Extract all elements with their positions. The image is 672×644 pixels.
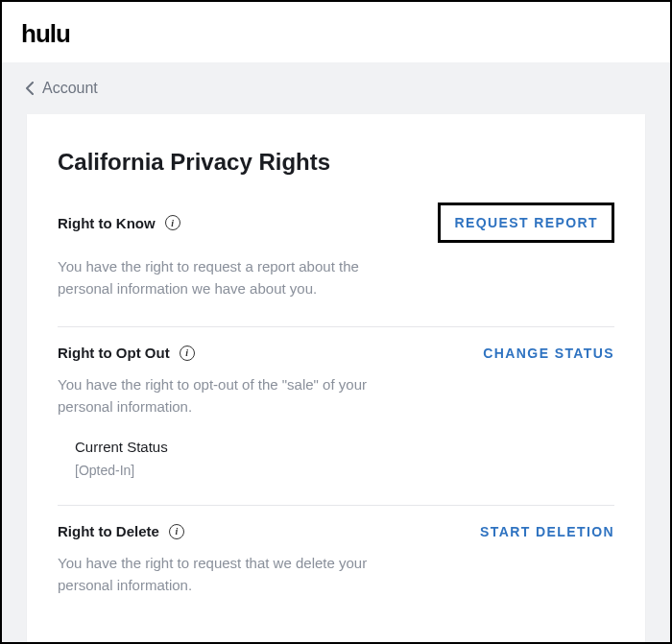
status-value: [Opted-In] xyxy=(75,463,614,478)
section-description: You have the right to request that we de… xyxy=(58,553,403,596)
start-deletion-button[interactable]: START DELETION xyxy=(480,524,614,539)
status-label: Current Status xyxy=(75,439,614,455)
info-icon[interactable]: i xyxy=(180,346,195,361)
section-title: Right to Opt Out xyxy=(58,345,170,361)
section-description: You have the right to opt-out of the "sa… xyxy=(58,374,403,417)
section-right-to-delete: Right to Delete i START DELETION You hav… xyxy=(58,506,614,623)
info-icon[interactable]: i xyxy=(165,215,180,230)
section-title: Right to Delete xyxy=(58,523,159,539)
section-title-wrap: Right to Opt Out i xyxy=(58,345,195,361)
section-description: You have the right to request a report a… xyxy=(58,256,403,299)
breadcrumb-label: Account xyxy=(42,80,98,97)
section-head: Right to Delete i START DELETION xyxy=(58,523,614,539)
content-area: Account California Privacy Rights Right … xyxy=(2,62,670,644)
info-icon[interactable]: i xyxy=(169,524,184,539)
chevron-left-icon xyxy=(25,82,35,95)
change-status-button[interactable]: CHANGE STATUS xyxy=(483,346,614,361)
brand-logo: hulu xyxy=(21,19,651,49)
section-head: Right to Opt Out i CHANGE STATUS xyxy=(58,345,614,361)
app-header: hulu xyxy=(2,2,670,62)
breadcrumb-back[interactable]: Account xyxy=(2,62,670,114)
page-title: California Privacy Rights xyxy=(58,149,614,176)
privacy-card: California Privacy Rights Right to Know … xyxy=(27,114,645,644)
request-report-button[interactable]: REQUEST REPORT xyxy=(438,203,614,243)
section-title-wrap: Right to Know i xyxy=(58,215,180,231)
section-right-to-know: Right to Know i REQUEST REPORT You have … xyxy=(58,203,614,326)
section-head: Right to Know i REQUEST REPORT xyxy=(58,203,614,243)
section-title: Right to Know xyxy=(58,215,156,231)
section-title-wrap: Right to Delete i xyxy=(58,523,184,539)
section-right-to-opt-out: Right to Opt Out i CHANGE STATUS You hav… xyxy=(58,327,614,505)
status-block: Current Status [Opted-In] xyxy=(58,417,614,478)
